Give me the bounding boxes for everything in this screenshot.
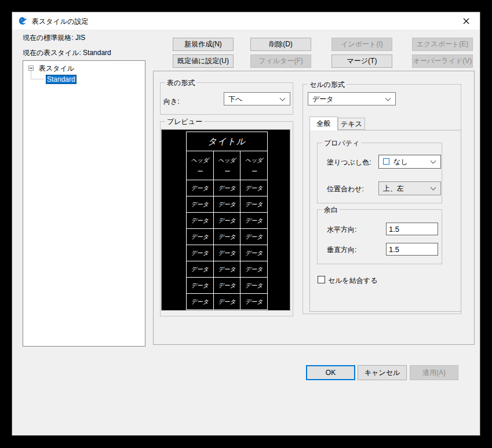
preview-data-cell: データ xyxy=(213,245,240,261)
import-button: インポート(I) xyxy=(331,38,392,51)
tree-item-standard-selected[interactable]: Standard xyxy=(46,75,76,84)
preview-data-cell: データ xyxy=(187,196,214,213)
preview-data-cell: データ xyxy=(240,213,268,229)
merge-button[interactable]: マージ(T) xyxy=(331,54,392,68)
preview-canvas: タイトル ヘッダー ヘッダー ヘッダー データ データ データ データ データ … xyxy=(161,129,290,311)
preview-data-row: データ データ データ xyxy=(187,294,268,310)
chevron-down-icon xyxy=(431,158,436,164)
tab-text[interactable]: テキスト xyxy=(338,118,365,130)
preview-data-cell: データ xyxy=(240,196,268,213)
delete-button[interactable]: 削除(D) xyxy=(250,38,311,51)
tree-expander-icon[interactable] xyxy=(28,65,34,71)
tree-item-table-styles[interactable]: 表スタイル xyxy=(39,64,74,74)
preview-data-cell: データ xyxy=(187,245,214,261)
preview-header-cell: ヘッダー xyxy=(240,151,268,180)
preview-data-cell: データ xyxy=(240,294,268,310)
close-icon xyxy=(463,18,469,24)
current-standard-label: 現在の標準規格: JIS xyxy=(23,33,85,43)
properties-group-label: プロパティ xyxy=(322,139,361,148)
preview-data-cell: データ xyxy=(240,278,268,294)
preview-data-row: データ データ データ xyxy=(187,229,268,245)
apply-button: 適用(A) xyxy=(410,365,458,380)
preview-data-row: データ データ データ xyxy=(187,261,268,278)
tab-general[interactable]: 全般 xyxy=(309,116,338,130)
desktop-background: { "window": { "title": "表スタイルの設定" }, "in… xyxy=(0,0,492,448)
preview-data-cell: データ xyxy=(187,213,214,229)
vertical-margin-label: 垂直方向: xyxy=(327,245,356,255)
preview-data-row: データ データ データ xyxy=(187,245,268,261)
table-format-group-label: 表の形式 xyxy=(165,78,196,88)
preview-title-cell: タイトル xyxy=(187,132,268,151)
table-style-settings-dialog: 表スタイルの設定 現在の標準規格: JIS 現在の表スタイル: Standard… xyxy=(12,12,480,436)
chevron-down-icon xyxy=(280,95,286,101)
preview-data-row: データ データ データ xyxy=(187,278,268,294)
preview-data-cell: データ xyxy=(240,229,268,245)
fill-color-swatch-icon xyxy=(383,158,389,165)
preview-header-cell: ヘッダー xyxy=(187,151,214,180)
preview-data-row: データ データ データ xyxy=(187,196,268,213)
preview-data-cell: データ xyxy=(187,229,214,245)
header-line2: ー xyxy=(251,168,257,174)
cancel-button[interactable]: キャンセル xyxy=(358,365,407,380)
preview-title-row: タイトル xyxy=(187,132,268,151)
app-icon xyxy=(18,16,27,26)
fill-color-combobox-value: なし xyxy=(393,157,408,167)
header-line2: ー xyxy=(197,168,203,174)
preview-data-cell: データ xyxy=(213,294,240,310)
preview-data-cell: データ xyxy=(240,261,268,278)
titlebar: 表スタイルの設定 xyxy=(12,12,480,30)
horizontal-margin-input[interactable] xyxy=(386,223,438,235)
window-title: 表スタイルの設定 xyxy=(32,17,88,27)
preview-data-cell: データ xyxy=(187,294,214,310)
preview-data-cell: データ xyxy=(213,180,240,196)
set-default-button[interactable]: 既定値に設定(U) xyxy=(173,54,234,68)
alignment-combobox-value: 上、左 xyxy=(383,184,404,194)
preview-data-cell: データ xyxy=(213,229,240,245)
preview-data-row: データ データ データ xyxy=(187,213,268,229)
alignment-label: 位置合わせ: xyxy=(327,184,364,194)
preview-data-cell: データ xyxy=(187,180,214,196)
export-button: エクスポート(E) xyxy=(412,38,473,51)
preview-data-cell: データ xyxy=(213,261,240,278)
preview-data-cell: データ xyxy=(240,245,268,261)
vertical-margin-input[interactable] xyxy=(386,243,438,256)
margins-group-label: 余白 xyxy=(322,205,340,215)
preview-table: タイトル ヘッダー ヘッダー ヘッダー データ データ データ データ データ … xyxy=(186,132,268,310)
chevron-down-icon xyxy=(385,95,391,101)
header-line1: ヘッダ xyxy=(245,157,263,163)
preview-data-cell: データ xyxy=(213,196,240,213)
direction-combobox-value: 下へ xyxy=(228,94,242,104)
preview-data-cell: データ xyxy=(213,213,240,229)
horizontal-margin-label: 水平方向: xyxy=(327,225,356,235)
direction-label: 向き: xyxy=(163,97,180,107)
override-button: オーバーライド(V) xyxy=(412,54,473,68)
fill-color-combobox[interactable]: なし xyxy=(378,155,441,169)
ok-button[interactable]: OK xyxy=(306,365,355,380)
preview-data-cell: データ xyxy=(187,261,214,278)
header-line1: ヘッダ xyxy=(218,157,236,163)
alignment-combobox[interactable]: 上、左 xyxy=(378,181,441,195)
header-line2: ー xyxy=(224,168,229,174)
preview-data-row: データ データ データ xyxy=(187,180,268,196)
preview-header-row: ヘッダー ヘッダー ヘッダー xyxy=(187,151,268,180)
new-button[interactable]: 新規作成(N) xyxy=(173,38,234,51)
margins-group: 余白 xyxy=(317,209,442,264)
current-table-style-label: 現在の表スタイル: Standard xyxy=(23,48,111,58)
header-line1: ヘッダ xyxy=(191,157,209,163)
preview-group-label: プレビュー xyxy=(165,117,204,127)
chevron-down-icon xyxy=(431,185,436,191)
preview-data-cell: データ xyxy=(240,180,268,196)
cell-type-combobox[interactable]: データ xyxy=(308,92,396,105)
direction-combobox[interactable]: 下へ xyxy=(224,92,290,105)
merge-cells-checkbox[interactable] xyxy=(318,276,325,283)
filter-button: フィルター(F) xyxy=(250,54,311,68)
preview-data-cell: データ xyxy=(187,278,214,294)
merge-cells-label[interactable]: セルを結合する xyxy=(328,276,377,286)
close-button[interactable] xyxy=(453,13,479,29)
style-tree[interactable]: 表スタイル Standard xyxy=(23,60,145,347)
preview-data-cell: データ xyxy=(213,278,240,294)
preview-header-cell: ヘッダー xyxy=(213,151,240,180)
fill-color-label: 塗りつぶし色: xyxy=(327,158,371,167)
cell-format-group-label: セルの形式 xyxy=(308,80,347,90)
cell-type-combobox-value: データ xyxy=(312,94,334,104)
